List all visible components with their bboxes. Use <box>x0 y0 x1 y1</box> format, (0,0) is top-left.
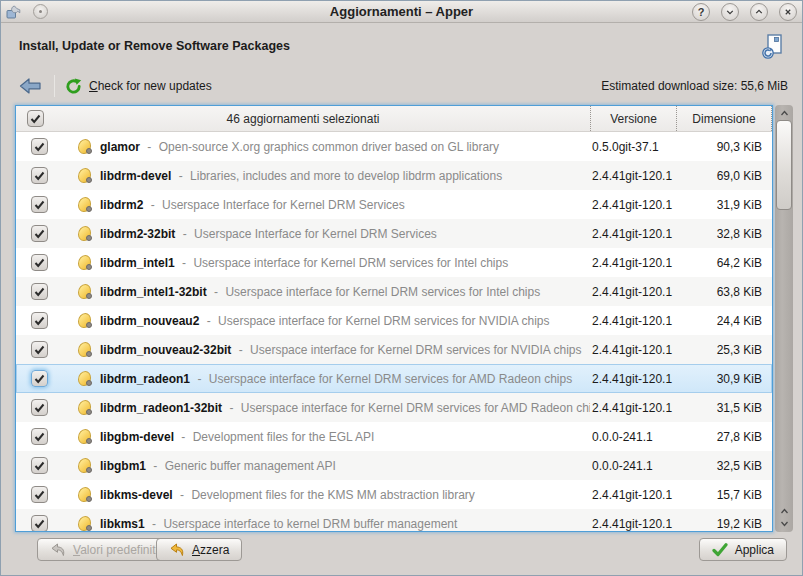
package-row[interactable]: libdrm_radeon1 - Userspace interface for… <box>16 364 772 393</box>
column-header-size[interactable]: Dimensione <box>676 106 772 131</box>
scrollbar-track[interactable] <box>775 105 793 532</box>
back-arrow-icon <box>19 77 42 95</box>
package-size: 32,5 KiB <box>676 459 772 473</box>
package-text: libdrm2 - Userspace Interface for Kernel… <box>100 198 590 212</box>
package-text: libdrm_nouveau2 - Userspace interface fo… <box>100 314 590 328</box>
package-row[interactable]: glamor - Open-source X.org graphics comm… <box>16 132 772 161</box>
checkbox-cell <box>16 254 62 271</box>
package-checkbox[interactable] <box>31 370 48 387</box>
name-description-separator: - <box>229 401 233 415</box>
package-text: libkms-devel - Development files for the… <box>100 488 590 502</box>
check-updates-button[interactable]: Check for new updates <box>65 78 212 95</box>
package-checkbox[interactable] <box>31 341 48 358</box>
package-version: 0.0.0-241.1 <box>590 459 676 473</box>
package-text: libgbm-devel - Development files for the… <box>100 430 590 444</box>
package-size: 30,9 KiB <box>676 372 772 386</box>
reset-button[interactable]: Azzera <box>156 538 242 561</box>
checkmark-icon <box>34 490 45 500</box>
defaults-button-label: Valori predefiniti <box>73 543 158 557</box>
package-checkbox[interactable] <box>31 196 48 213</box>
checkbox-cell <box>16 283 62 300</box>
name-description-separator: - <box>207 314 211 328</box>
package-name: libkms-devel <box>100 488 173 502</box>
package-checkbox[interactable] <box>31 457 48 474</box>
name-description-separator: - <box>147 140 151 154</box>
checkbox-cell <box>16 515 62 532</box>
package-name: libdrm-devel <box>100 169 171 183</box>
package-checkbox[interactable] <box>31 428 48 445</box>
apply-check-icon <box>712 543 728 557</box>
help-button[interactable]: ? <box>692 3 710 21</box>
package-row[interactable]: libdrm_nouveau2-32bit - Userspace interf… <box>16 335 772 364</box>
package-checkbox[interactable] <box>31 486 48 503</box>
package-row[interactable]: libdrm_radeon1-32bit - Userspace interfa… <box>16 393 772 422</box>
package-checkbox[interactable] <box>31 254 48 271</box>
defaults-button[interactable]: Valori predefiniti <box>37 538 171 561</box>
maximize-button[interactable] <box>750 3 768 21</box>
package-size: 19,2 KiB <box>676 517 772 531</box>
package-version: 2.4.41git-120.1 <box>590 256 676 270</box>
package-version: 2.4.41git-120.1 <box>590 401 676 415</box>
minimize-button[interactable] <box>721 3 739 21</box>
package-description: Development files for the EGL API <box>193 430 375 444</box>
package-row[interactable]: libkms1 - Userspace interface to kernel … <box>16 509 772 532</box>
package-row[interactable]: libgbm-devel - Development files for the… <box>16 422 772 451</box>
checkbox-cell <box>16 341 62 358</box>
package-description: Generic buffer management API <box>165 459 336 473</box>
selected-count-label: 46 aggiornamenti selezionati <box>227 112 380 126</box>
checkmark-icon <box>34 142 45 152</box>
package-name: libdrm_nouveau2-32bit <box>100 343 231 357</box>
name-description-separator: - <box>179 169 183 183</box>
package-checkbox[interactable] <box>31 167 48 184</box>
scroll-up-button-bottom[interactable] <box>775 504 793 517</box>
package-size: 63,8 KiB <box>676 285 772 299</box>
package-list: glamor - Open-source X.org graphics comm… <box>16 132 772 532</box>
package-icon <box>78 516 91 531</box>
checkbox-cell <box>16 399 62 416</box>
scrollbar-bottom-buttons <box>775 504 793 530</box>
package-size: 25,3 KiB <box>676 343 772 357</box>
titlebar[interactable]: Aggiornamenti – Apper ? <box>1 1 802 23</box>
scrollbar-thumb[interactable] <box>776 120 792 210</box>
apply-button[interactable]: Applica <box>699 538 787 561</box>
package-row[interactable]: libdrm_intel1 - Userspace interface for … <box>16 248 772 277</box>
package-icon <box>78 284 91 299</box>
package-checkbox[interactable] <box>31 312 48 329</box>
package-checkbox[interactable] <box>31 399 48 416</box>
package-description: Userspace interface for Kernel DRM servi… <box>209 372 572 386</box>
checkmark-icon <box>34 229 45 239</box>
name-description-separator: - <box>153 459 157 473</box>
package-row[interactable]: libdrm_nouveau2 - Userspace interface fo… <box>16 306 772 335</box>
package-description: Userspace Interface for Kernel DRM Servi… <box>162 198 405 212</box>
name-description-separator: - <box>181 430 185 444</box>
package-version: 2.4.41git-120.1 <box>590 372 676 386</box>
package-checkbox[interactable] <box>31 515 48 532</box>
scroll-up-button[interactable] <box>775 105 793 120</box>
package-checkbox[interactable] <box>31 283 48 300</box>
select-all-checkbox[interactable] <box>27 110 44 127</box>
pin-button[interactable] <box>33 4 48 19</box>
column-header-version[interactable]: Versione <box>590 106 676 131</box>
back-button[interactable] <box>19 77 42 95</box>
checkmark-icon <box>34 432 45 442</box>
package-description: Userspace interface for Kernel DRM servi… <box>218 314 549 328</box>
package-version: 2.4.41git-120.1 <box>590 198 676 212</box>
close-button[interactable] <box>779 3 797 21</box>
package-row[interactable]: libdrm_intel1-32bit - Userspace interfac… <box>16 277 772 306</box>
package-row[interactable]: libgbm1 - Generic buffer management API … <box>16 451 772 480</box>
chevron-down-icon <box>780 520 789 528</box>
package-row[interactable]: libdrm-devel - Libraries, includes and m… <box>16 161 772 190</box>
name-description-separator: - <box>239 343 243 357</box>
package-checkbox[interactable] <box>31 138 48 155</box>
package-checkbox[interactable] <box>31 225 48 242</box>
package-row[interactable]: libdrm2 - Userspace Interface for Kernel… <box>16 190 772 219</box>
package-version: 2.4.41git-120.1 <box>590 343 676 357</box>
scroll-down-button[interactable] <box>775 517 793 530</box>
chevron-down-icon <box>725 7 735 17</box>
package-row[interactable]: libdrm2-32bit - Userspace Interface for … <box>16 219 772 248</box>
checkbox-cell <box>16 167 62 184</box>
package-row[interactable]: libkms-devel - Development files for the… <box>16 480 772 509</box>
package-version: 2.4.41git-120.1 <box>590 227 676 241</box>
apper-app-icon <box>6 4 21 19</box>
column-header-selection[interactable]: 46 aggiornamenti selezionati <box>16 106 590 131</box>
